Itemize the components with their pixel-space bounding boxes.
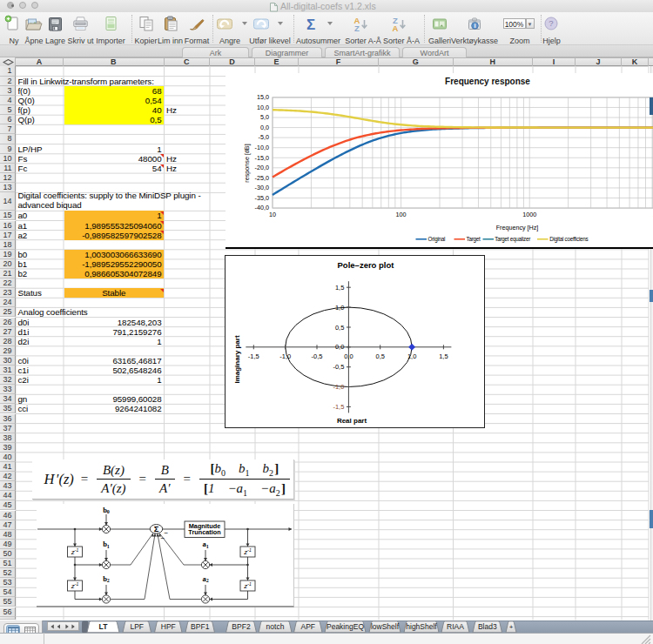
svg-text:−: − [161,534,165,542]
svg-text:b0: b0 [103,506,110,515]
svg-text:-1,5: -1,5 [333,403,344,411]
svg-text:0,0: 0,0 [260,123,269,131]
svg-text:15,0: 15,0 [257,93,269,101]
svg-text:notch: notch [266,622,285,631]
svg-text:1,5: 1,5 [335,284,344,292]
svg-text:Target equalizer: Target equalizer [495,236,530,243]
svg-text:APF: APF [300,622,315,631]
svg-text:10: 10 [269,210,276,218]
svg-text:Z: Z [354,23,360,33]
svg-text:i: i [474,22,475,30]
svg-text:100: 100 [396,210,407,218]
svg-text:Blad3: Blad3 [478,622,497,631]
svg-text:lowShelf: lowShelf [371,622,400,631]
svg-text:-0,5: -0,5 [333,363,344,371]
svg-text:1,0: 1,0 [335,304,344,312]
svg-text:-1,0: -1,0 [279,352,291,360]
svg-text:1,0: 1,0 [407,352,416,360]
svg-text:-5,0: -5,0 [259,133,269,141]
svg-text:5,0: 5,0 [260,113,269,121]
svg-text:Frequency [Hz]: Frequency [Hz] [496,223,539,231]
svg-text:-30,0: -30,0 [255,184,269,191]
svg-text:Real part: Real part [337,417,367,425]
svg-text:Truncation: Truncation [188,528,220,536]
svg-text:-0,5: -0,5 [312,352,323,360]
svg-text:?: ? [549,18,553,28]
svg-text:BPF2: BPF2 [232,622,251,631]
svg-text:highShelf: highShelf [406,622,437,631]
svg-text:Original: Original [428,236,446,243]
svg-text:-1,5: -1,5 [248,352,259,360]
svg-text:-20,0: -20,0 [255,164,269,171]
svg-text:Pole–zero plot: Pole–zero plot [338,260,395,270]
svg-text:-10,0: -10,0 [255,144,269,151]
svg-text:RIAA: RIAA [447,622,464,631]
svg-text:-25,0: -25,0 [255,173,269,181]
svg-text:LPF: LPF [130,622,144,631]
svg-text:a2: a2 [202,574,208,584]
svg-text:0,0: 0,0 [335,343,344,351]
svg-text:Frequency response: Frequency response [445,76,530,85]
svg-text:Target: Target [467,236,481,243]
svg-text:-40,0: -40,0 [255,204,269,211]
svg-text:10,0: 10,0 [257,103,269,111]
svg-text:-15,0: -15,0 [255,153,269,161]
svg-text:a1: a1 [202,540,208,549]
svg-text:Σ: Σ [306,17,315,33]
svg-text:−: − [165,529,169,537]
svg-text:-35,0: -35,0 [255,193,269,201]
svg-text:Digital coefficiens: Digital coefficiens [549,236,588,243]
svg-text:response [dB]: response [dB] [243,144,251,182]
svg-text:Imaginary part: Imaginary part [233,335,241,383]
svg-text:Σ: Σ [154,524,159,533]
svg-text:HPF: HPF [161,622,176,631]
svg-text:A: A [393,23,399,33]
svg-text:0,0: 0,0 [344,352,353,360]
svg-text:b2: b2 [103,574,110,584]
svg-text:0,5: 0,5 [335,324,344,332]
svg-text:0,5: 0,5 [375,352,384,360]
svg-text:BPF1: BPF1 [191,622,210,631]
svg-text:1000: 1000 [522,210,536,218]
svg-text:b1: b1 [103,540,110,549]
svg-text:+: + [509,623,514,631]
svg-text:PeakingEQ: PeakingEQ [326,622,364,631]
svg-text:LT: LT [99,622,109,631]
svg-text:-1,0: -1,0 [333,383,344,391]
svg-text:1,5: 1,5 [439,352,448,360]
